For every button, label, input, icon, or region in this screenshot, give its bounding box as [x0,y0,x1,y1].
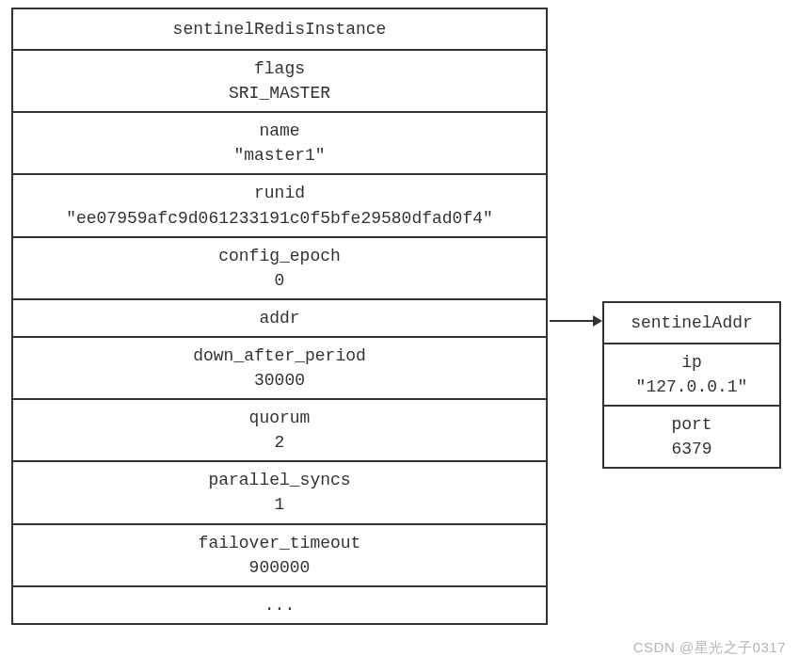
field-label: addr [17,306,542,330]
field-label: port [608,412,775,437]
field-down-after-period: down_after_period 30000 [13,338,546,400]
field-ip: ip "127.0.0.1" [604,344,779,407]
field-value: 0 [17,268,542,293]
field-value: "ee07959afc9d061233191c0f5bfe29580dfad0f… [17,206,542,231]
field-quorum: quorum 2 [13,400,546,462]
field-failover-timeout: failover_timeout 900000 [13,525,546,587]
field-runid: runid "ee07959afc9d061233191c0f5bfe29580… [13,175,546,237]
field-label: down_after_period [17,344,542,368]
field-value: 2 [17,430,542,455]
field-value: SRI_MASTER [17,81,542,105]
field-addr: addr [13,300,546,338]
struct-title: sentinelRedisInstance [13,9,546,51]
struct-sentinel-addr: sentinelAddr ip "127.0.0.1" port 6379 [602,301,781,469]
field-value: "master1" [17,143,542,168]
field-port: port 6379 [604,407,779,467]
field-value: 6379 [608,437,775,461]
field-parallel-syncs: parallel_syncs 1 [13,462,546,524]
struct-title: sentinelAddr [604,303,779,344]
field-label: flags [17,56,542,81]
field-label: failover_timeout [17,531,542,555]
field-config-epoch: config_epoch 0 [13,238,546,300]
watermark: CSDN @星光之子0317 [633,639,786,657]
pointer-arrow-icon [550,320,600,322]
field-label: ... [17,593,542,617]
field-label: parallel_syncs [17,468,542,492]
field-label: config_epoch [17,244,542,268]
field-value: 900000 [17,555,542,580]
struct-sentinel-redis-instance: sentinelRedisInstance flags SRI_MASTER n… [11,8,548,625]
field-value: 1 [17,492,542,517]
field-value: 30000 [17,368,542,392]
field-value: "127.0.0.1" [608,375,775,399]
field-label: name [17,119,542,143]
field-label: quorum [17,406,542,430]
field-name: name "master1" [13,113,546,175]
field-ellipsis: ... [13,587,546,623]
field-label: ip [608,350,775,375]
field-label: runid [17,181,542,205]
field-flags: flags SRI_MASTER [13,51,546,113]
